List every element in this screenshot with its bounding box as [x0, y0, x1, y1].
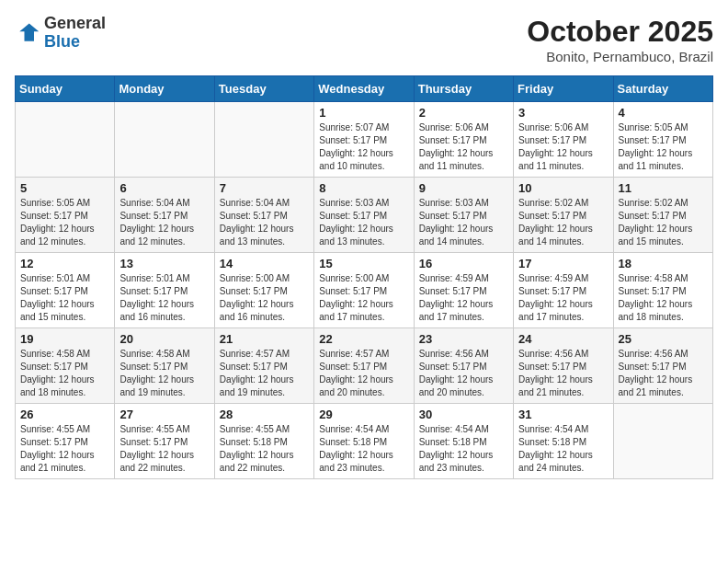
day-info: Sunrise: 4:56 AM Sunset: 5:17 PM Dayligh… — [619, 348, 708, 399]
month-title: October 2025 — [527, 15, 713, 49]
day-number: 9 — [419, 181, 508, 195]
calendar-cell: 20Sunrise: 4:58 AM Sunset: 5:17 PM Dayli… — [115, 328, 214, 404]
weekday-header-tuesday: Tuesday — [214, 76, 313, 102]
day-number: 23 — [419, 332, 508, 346]
calendar-cell: 29Sunrise: 4:54 AM Sunset: 5:18 PM Dayli… — [314, 404, 414, 479]
day-number: 14 — [220, 257, 309, 270]
calendar-cell: 6Sunrise: 5:04 AM Sunset: 5:17 PM Daylig… — [115, 178, 214, 253]
day-number: 11 — [619, 181, 708, 195]
day-info: Sunrise: 5:07 AM Sunset: 5:17 PM Dayligh… — [319, 121, 408, 173]
calendar-cell: 11Sunrise: 5:02 AM Sunset: 5:17 PM Dayli… — [613, 178, 712, 253]
day-number: 30 — [419, 408, 508, 421]
day-info: Sunrise: 4:54 AM Sunset: 5:18 PM Dayligh… — [518, 423, 608, 475]
day-info: Sunrise: 5:03 AM Sunset: 5:17 PM Dayligh… — [419, 197, 508, 248]
day-number: 7 — [220, 181, 309, 195]
calendar-week-2: 5Sunrise: 5:05 AM Sunset: 5:17 PM Daylig… — [16, 178, 713, 253]
day-number: 17 — [518, 257, 608, 270]
day-info: Sunrise: 5:06 AM Sunset: 5:17 PM Dayligh… — [518, 121, 608, 173]
calendar-cell: 13Sunrise: 5:01 AM Sunset: 5:17 PM Dayli… — [115, 253, 214, 328]
day-info: Sunrise: 5:05 AM Sunset: 5:17 PM Dayligh… — [20, 197, 109, 248]
calendar-cell: 3Sunrise: 5:06 AM Sunset: 5:17 PM Daylig… — [514, 102, 613, 178]
day-info: Sunrise: 5:01 AM Sunset: 5:17 PM Dayligh… — [20, 272, 109, 324]
day-info: Sunrise: 5:04 AM Sunset: 5:17 PM Dayligh… — [220, 197, 309, 248]
calendar-cell — [115, 102, 214, 178]
day-info: Sunrise: 5:00 AM Sunset: 5:17 PM Dayligh… — [319, 272, 408, 324]
day-number: 3 — [518, 106, 608, 120]
title-block: October 2025 Bonito, Pernambuco, Brazil — [527, 15, 713, 64]
day-info: Sunrise: 5:03 AM Sunset: 5:17 PM Dayligh… — [319, 197, 408, 248]
day-number: 10 — [518, 181, 608, 195]
calendar-cell: 16Sunrise: 4:59 AM Sunset: 5:17 PM Dayli… — [414, 253, 513, 328]
day-info: Sunrise: 4:56 AM Sunset: 5:17 PM Dayligh… — [419, 348, 508, 399]
day-info: Sunrise: 5:02 AM Sunset: 5:17 PM Dayligh… — [518, 197, 608, 248]
calendar-week-1: 1Sunrise: 5:07 AM Sunset: 5:17 PM Daylig… — [16, 102, 713, 178]
day-number: 5 — [20, 181, 109, 195]
day-number: 26 — [20, 408, 109, 421]
calendar-cell: 17Sunrise: 4:59 AM Sunset: 5:17 PM Dayli… — [514, 253, 613, 328]
day-info: Sunrise: 4:56 AM Sunset: 5:17 PM Dayligh… — [518, 348, 608, 399]
calendar-cell: 1Sunrise: 5:07 AM Sunset: 5:17 PM Daylig… — [314, 102, 414, 178]
day-info: Sunrise: 5:02 AM Sunset: 5:17 PM Dayligh… — [619, 197, 708, 248]
day-number: 29 — [319, 408, 408, 421]
day-info: Sunrise: 4:59 AM Sunset: 5:17 PM Dayligh… — [419, 272, 508, 324]
logo-general: General — [44, 14, 106, 32]
day-number: 18 — [619, 257, 708, 270]
calendar-cell: 4Sunrise: 5:05 AM Sunset: 5:17 PM Daylig… — [613, 102, 712, 178]
calendar-cell: 10Sunrise: 5:02 AM Sunset: 5:17 PM Dayli… — [514, 178, 613, 253]
calendar-week-4: 19Sunrise: 4:58 AM Sunset: 5:17 PM Dayli… — [16, 328, 713, 404]
calendar-table: SundayMondayTuesdayWednesdayThursdayFrid… — [15, 75, 713, 479]
day-info: Sunrise: 4:55 AM Sunset: 5:17 PM Dayligh… — [20, 423, 109, 475]
calendar-cell: 21Sunrise: 4:57 AM Sunset: 5:17 PM Dayli… — [214, 328, 313, 404]
day-number: 31 — [518, 408, 608, 421]
day-info: Sunrise: 5:00 AM Sunset: 5:17 PM Dayligh… — [220, 272, 309, 324]
day-info: Sunrise: 4:54 AM Sunset: 5:18 PM Dayligh… — [319, 423, 408, 475]
day-number: 12 — [20, 257, 109, 270]
day-info: Sunrise: 5:06 AM Sunset: 5:17 PM Dayligh… — [419, 121, 508, 173]
weekday-header-friday: Friday — [514, 76, 613, 102]
day-number: 24 — [518, 332, 608, 346]
calendar-week-5: 26Sunrise: 4:55 AM Sunset: 5:17 PM Dayli… — [16, 404, 713, 479]
calendar-cell: 15Sunrise: 5:00 AM Sunset: 5:17 PM Dayli… — [314, 253, 414, 328]
weekday-header-wednesday: Wednesday — [314, 76, 414, 102]
calendar-cell — [613, 404, 712, 479]
day-number: 22 — [319, 332, 408, 346]
calendar-cell: 12Sunrise: 5:01 AM Sunset: 5:17 PM Dayli… — [16, 253, 115, 328]
weekday-header-sunday: Sunday — [16, 76, 115, 102]
day-number: 27 — [119, 408, 209, 421]
weekday-header-row: SundayMondayTuesdayWednesdayThursdayFrid… — [16, 76, 713, 102]
svg-marker-0 — [19, 23, 39, 40]
calendar-cell — [16, 102, 115, 178]
calendar-cell: 25Sunrise: 4:56 AM Sunset: 5:17 PM Dayli… — [613, 328, 712, 404]
calendar-cell: 24Sunrise: 4:56 AM Sunset: 5:17 PM Dayli… — [514, 328, 613, 404]
calendar-cell: 19Sunrise: 4:58 AM Sunset: 5:17 PM Dayli… — [16, 328, 115, 404]
day-number: 15 — [319, 257, 408, 270]
day-number: 28 — [220, 408, 309, 421]
logo: General Blue — [15, 15, 106, 52]
calendar-cell: 28Sunrise: 4:55 AM Sunset: 5:18 PM Dayli… — [214, 404, 313, 479]
weekday-header-monday: Monday — [115, 76, 214, 102]
logo-text: General Blue — [44, 15, 106, 52]
day-info: Sunrise: 4:58 AM Sunset: 5:17 PM Dayligh… — [20, 348, 109, 399]
day-info: Sunrise: 4:55 AM Sunset: 5:17 PM Dayligh… — [119, 423, 209, 475]
weekday-header-thursday: Thursday — [414, 76, 513, 102]
day-number: 21 — [220, 332, 309, 346]
day-number: 19 — [20, 332, 109, 346]
page-header: General Blue October 2025 Bonito, Pernam… — [15, 15, 713, 64]
calendar-cell: 26Sunrise: 4:55 AM Sunset: 5:17 PM Dayli… — [16, 404, 115, 479]
calendar-cell: 23Sunrise: 4:56 AM Sunset: 5:17 PM Dayli… — [414, 328, 513, 404]
day-number: 4 — [619, 106, 708, 120]
calendar-cell: 5Sunrise: 5:05 AM Sunset: 5:17 PM Daylig… — [16, 178, 115, 253]
calendar-cell: 27Sunrise: 4:55 AM Sunset: 5:17 PM Dayli… — [115, 404, 214, 479]
day-number: 25 — [619, 332, 708, 346]
day-info: Sunrise: 4:54 AM Sunset: 5:18 PM Dayligh… — [419, 423, 508, 475]
logo-icon — [15, 20, 40, 46]
day-info: Sunrise: 5:04 AM Sunset: 5:17 PM Dayligh… — [119, 197, 209, 248]
day-info: Sunrise: 4:55 AM Sunset: 5:18 PM Dayligh… — [220, 423, 309, 475]
calendar-cell: 7Sunrise: 5:04 AM Sunset: 5:17 PM Daylig… — [214, 178, 313, 253]
day-info: Sunrise: 4:57 AM Sunset: 5:17 PM Dayligh… — [220, 348, 309, 399]
weekday-header-saturday: Saturday — [613, 76, 712, 102]
day-number: 16 — [419, 257, 508, 270]
calendar-cell: 22Sunrise: 4:57 AM Sunset: 5:17 PM Dayli… — [314, 328, 414, 404]
day-info: Sunrise: 5:05 AM Sunset: 5:17 PM Dayligh… — [619, 121, 708, 173]
calendar-cell: 31Sunrise: 4:54 AM Sunset: 5:18 PM Dayli… — [514, 404, 613, 479]
